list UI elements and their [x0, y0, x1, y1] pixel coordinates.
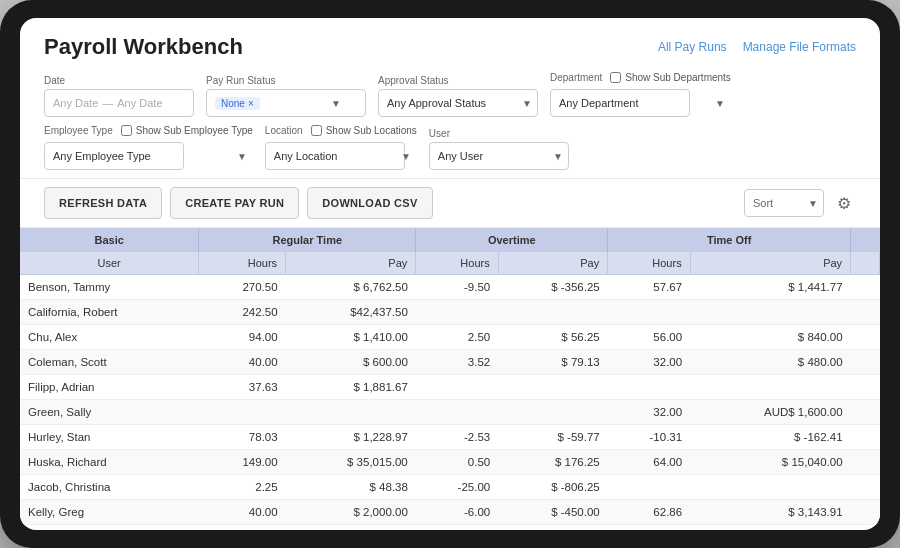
user-filter-group: User Any User ▼ [429, 128, 569, 170]
approval-status-select[interactable]: Any Approval Status [378, 89, 538, 117]
user-label: User [429, 128, 569, 139]
employee-type-filter-group: Employee Type Show Sub Employee Type Any… [44, 125, 253, 170]
user-select-wrapper: Any User ▼ [429, 142, 569, 170]
create-pay-run-button[interactable]: CREATE PAY RUN [170, 187, 299, 219]
settings-icon[interactable]: ⚙ [832, 191, 856, 215]
sort-select-wrapper: Sort ▼ [744, 189, 824, 217]
toolbar-buttons: REFRESH DATA CREATE PAY RUN DOWNLOAD CSV [44, 187, 433, 219]
regular-time-col-group: Regular Time [199, 228, 416, 252]
department-arrow: ▼ [715, 98, 725, 109]
department-filter-group: Department Show Sub Departments Any Depa… [550, 72, 731, 117]
payroll-table: Basic Regular Time Overtime Time Off Use… [20, 228, 880, 525]
to-pay-col-header: Pay [690, 252, 850, 275]
ot-pay-col-header: Pay [498, 252, 608, 275]
table-row[interactable]: Hurley, Stan78.03$ 1,228.97-2.53$ -59.77… [20, 425, 880, 450]
employee-type-label: Employee Type [44, 125, 113, 136]
table-row[interactable]: Jacob, Christina2.25$ 48.38-25.00$ -806.… [20, 475, 880, 500]
pay-run-status-filter-group: Pay Run Status None × ▼ [206, 75, 366, 117]
show-sub-employee-type-checkbox[interactable] [121, 125, 132, 136]
approval-status-filter-group: Approval Status Any Approval Status ▼ [378, 75, 538, 117]
department-select[interactable]: Any Department [550, 89, 690, 117]
location-select-wrapper: Any Location ▼ [265, 142, 417, 170]
show-sub-departments-checkbox[interactable] [610, 72, 621, 83]
location-label: Location [265, 125, 303, 136]
location-filter-group: Location Show Sub Locations Any Location… [265, 125, 417, 170]
page-title: Payroll Workbench [44, 34, 243, 60]
date-filter-group: Date Any Date — Any Date [44, 75, 194, 117]
table-row[interactable]: Coleman, Scott40.00$ 600.003.52$ 79.1332… [20, 350, 880, 375]
table-row[interactable]: Kelly, Greg40.00$ 2,000.00-6.00$ -450.00… [20, 500, 880, 525]
sort-select[interactable]: Sort [744, 189, 824, 217]
date-to: Any Date [117, 97, 162, 109]
location-select[interactable]: Any Location [265, 142, 405, 170]
pay-run-status-label: Pay Run Status [206, 75, 366, 86]
date-range-input[interactable]: Any Date — Any Date [44, 89, 194, 117]
department-select-wrapper: Any Department ▼ [550, 89, 731, 117]
employee-type-arrow: ▼ [237, 151, 247, 162]
rt-hours-col-header: Hours [199, 252, 286, 275]
data-table-container: Basic Regular Time Overtime Time Off Use… [20, 228, 880, 530]
ot-hours-col-header: Hours [416, 252, 498, 275]
show-sub-locations-group: Show Sub Locations [311, 125, 417, 136]
time-off-col-group: Time Off [608, 228, 851, 252]
table-row[interactable]: Benson, Tammy270.50$ 6,762.50-9.50$ -356… [20, 275, 880, 300]
show-sub-employee-type-label: Show Sub Employee Type [136, 125, 253, 136]
basic-col-group: Basic [20, 228, 199, 252]
date-from: Any Date [53, 97, 98, 109]
table-row[interactable]: Huska, Richard149.00$ 35,015.000.50$ 176… [20, 450, 880, 475]
manage-file-formats-link[interactable]: Manage File Formats [743, 40, 856, 54]
refresh-data-button[interactable]: REFRESH DATA [44, 187, 162, 219]
table-row[interactable]: California, Robert242.50$42,437.50 [20, 300, 880, 325]
employee-type-select-wrapper: Any Employee Type ▼ [44, 142, 253, 170]
overtime-col-group: Overtime [416, 228, 608, 252]
show-sub-departments-group: Show Sub Departments [610, 72, 731, 83]
approval-status-select-wrapper: Any Approval Status ▼ [378, 89, 538, 117]
all-pay-runs-link[interactable]: All Pay Runs [658, 40, 727, 54]
show-sub-employee-type-group: Show Sub Employee Type [121, 125, 253, 136]
table-row[interactable]: Chu, Alex94.00$ 1,410.002.50$ 56.2556.00… [20, 325, 880, 350]
to-hours-col-header: Hours [608, 252, 690, 275]
download-csv-button[interactable]: DOWNLOAD CSV [307, 187, 432, 219]
department-label: Department [550, 72, 602, 83]
header-links: All Pay Runs Manage File Formats [658, 40, 856, 54]
rt-pay-col-header: Pay [286, 252, 416, 275]
show-sub-locations-checkbox[interactable] [311, 125, 322, 136]
user-col-header: User [20, 252, 199, 275]
approval-status-label: Approval Status [378, 75, 538, 86]
toolbar-right: Sort ▼ ⚙ [744, 189, 856, 217]
employee-type-select[interactable]: Any Employee Type [44, 142, 184, 170]
pay-run-status-select[interactable]: None × ▼ [206, 89, 366, 117]
extra-col-header [851, 252, 880, 275]
none-tag: None × [215, 97, 260, 110]
none-tag-remove[interactable]: × [248, 98, 254, 109]
date-label: Date [44, 75, 194, 86]
show-sub-locations-label: Show Sub Locations [326, 125, 417, 136]
show-sub-departments-label: Show Sub Departments [625, 72, 731, 83]
extra-col-group [851, 228, 880, 252]
user-select[interactable]: Any User [429, 142, 569, 170]
toolbar: REFRESH DATA CREATE PAY RUN DOWNLOAD CSV… [20, 179, 880, 228]
table-row[interactable]: Green, Sally32.00AUD$ 1,600.00 [20, 400, 880, 425]
table-row[interactable]: Filipp, Adrian37.63$ 1,881.67 [20, 375, 880, 400]
